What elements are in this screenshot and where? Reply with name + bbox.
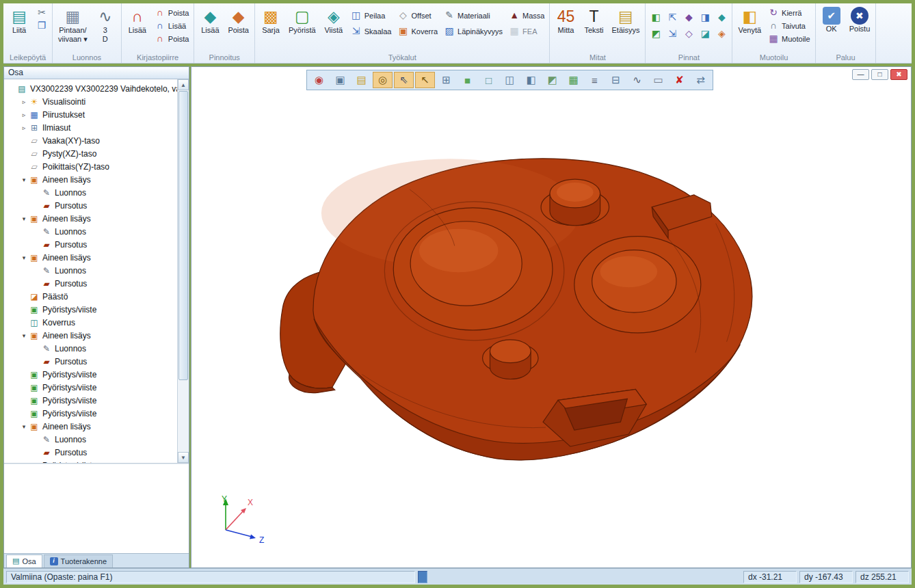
scroll-up-button[interactable]: ▲ [178,79,189,90]
tree-item[interactable]: ▣Pyöristys/viiste [4,381,177,394]
library-add-2-button[interactable]: ∩ Lisää [152,20,191,31]
section-view-icon[interactable]: ⊟ [606,72,626,88]
printer-icon[interactable]: ▭ [648,72,668,88]
solid-view-icon[interactable]: ◩ [542,72,562,88]
tree-item[interactable]: ▾▣Aineen lisäys [4,329,177,342]
snap-target-icon[interactable]: ◎ [373,72,393,88]
library-remove-1-button[interactable]: ∩ Poista [152,7,191,18]
tree-item[interactable]: ✎Luonnos [4,433,177,446]
tree-item[interactable]: ◫Koverrus [4,316,177,329]
tab-osa[interactable]: ▤ Osa [6,554,42,567]
mirror-button[interactable]: ◫ Peilaa [349,10,394,21]
mesh-view-icon[interactable]: ▦ [563,72,583,88]
surface-tool-4-button[interactable]: ◨ [698,10,713,24]
scrollbar-thumb[interactable] [178,91,188,380]
tree-item[interactable]: ✎Luonnos [4,264,177,277]
text-button[interactable]: T Teksti [581,5,607,36]
surface-tool-10-button[interactable]: ◈ [714,26,729,40]
tree-item[interactable]: ▣Pyöristys/viiste [4,459,177,463]
distance-button[interactable]: ▤ Etäisyys [609,5,642,36]
wireframe-view-icon[interactable]: □ [479,72,499,88]
tree-item[interactable]: ✎Luonnos [4,186,177,199]
list-icon[interactable]: ≡ [585,72,605,88]
ruler-icon[interactable]: ▤ [352,72,371,88]
tree-item[interactable]: ▾▣Aineen lisäys [4,212,177,225]
library-remove-2-button[interactable]: ∩ Poista [152,33,191,44]
paste-button[interactable]: ▤ Liitä [6,5,32,36]
tree-item[interactable]: ◪Päästö [4,290,177,303]
bend-button[interactable]: ∩ Taivuta [766,20,812,31]
pin-icon[interactable]: ◉ [309,72,329,88]
model-3d-view[interactable] [191,67,911,567]
sketch-on-face-button[interactable]: ▦ Pintaan/ viivaan ▾ [55,5,90,45]
surface-tool-1-button[interactable]: ◧ [648,10,663,24]
maximize-button[interactable]: □ [871,69,888,80]
scale-button[interactable]: ⇲ Skaalaa [349,25,394,37]
library-add-button[interactable]: ∩ Lisää [124,5,150,36]
tree-item[interactable]: ▾▣Aineen lisäys [4,251,177,264]
mass-button[interactable]: ▲ Massa [507,10,546,21]
chamfer-button[interactable]: ◈ Viistä [321,5,347,36]
surface-tool-9-button[interactable]: ◪ [698,26,713,40]
hidden-line-view-icon[interactable]: ◫ [500,72,520,88]
tree-item[interactable]: ▱Vaaka(XY)-taso [4,134,177,147]
sketch-3d-button[interactable]: ∿ 3 D [92,5,118,45]
scrollbar-track[interactable] [178,90,189,452]
copy-button[interactable]: ❐ [34,20,49,31]
tree-item[interactable]: ▰Pursotus [4,199,177,212]
surface-tool-6-button[interactable]: ◩ [648,26,663,40]
tree-item[interactable]: ▰Pursotus [4,238,177,251]
tree-item[interactable]: ▣Pyöristys/viiste [4,368,177,381]
tree-item[interactable]: ✎Luonnos [4,342,177,355]
offset-button[interactable]: ◇ Offset [396,10,440,21]
expand-arrow-icon[interactable]: ▹ [19,124,29,131]
tree-item[interactable]: ▹▦Piirustukset [4,108,177,121]
tree-item[interactable]: ▹☀Visualisointi [4,95,177,108]
surface-tool-7-button[interactable]: ⇲ [665,26,680,40]
hollow-button[interactable]: ▣ Koverra [396,25,440,37]
collapse-arrow-icon[interactable]: ▾ [19,176,29,183]
ok-button[interactable]: ✔ OK [819,5,845,35]
tree-item[interactable]: ▱Poikittais(YZ)-taso [4,160,177,173]
tree-item[interactable]: ▾▣Aineen lisäys [4,420,177,433]
swap-view-icon[interactable]: ⇄ [691,72,711,88]
half-shaded-view-icon[interactable]: ◧ [521,72,541,88]
tree-item[interactable]: ▹⊞Ilmiasut [4,121,177,134]
close-button[interactable]: ✖ [890,69,907,80]
cursor-icon[interactable]: ⇖ [394,72,414,88]
tree-item[interactable]: ▰Pursotus [4,355,177,368]
surface-tool-2-button[interactable]: ⇱ [665,10,680,24]
scroll-down-button[interactable]: ▼ [178,452,189,463]
tree-item[interactable]: ▣Pyöristys/viiste [4,394,177,407]
tree-item[interactable]: ▾▣Aineen lisäys [4,173,177,186]
collapse-arrow-icon[interactable]: ▾ [19,332,29,339]
shape-button[interactable]: ▦ Muotoile [766,33,812,44]
cut-button[interactable]: ✂ [34,7,49,18]
tree-item[interactable]: ▱Pysty(XZ)-taso [4,147,177,160]
delete-view-icon[interactable]: ✘ [669,72,689,88]
curve-icon[interactable]: ∿ [627,72,647,88]
cursor-select-icon[interactable]: ↖ [415,72,435,88]
measure-button[interactable]: 45 Mitta [553,5,579,36]
surface-tool-3-button[interactable]: ◆ [681,10,696,24]
transparency-button[interactable]: ▨ Läpinäkyvyys [442,25,505,37]
surface-tool-5-button[interactable]: ◆ [714,10,729,24]
surface-tool-8-button[interactable]: ◇ [681,26,696,40]
tree-item[interactable]: ▰Pursotus [4,277,177,290]
tree-item[interactable]: ▤VX3002239 VX3002239 Vaihdekotelo, valu [4,82,177,95]
shaded-view-icon[interactable]: ■ [458,72,477,88]
expand-arrow-icon[interactable]: ▹ [19,98,29,105]
tree-item[interactable]: ▣Pyöristys/viiste [4,303,177,316]
tree-item[interactable]: ✎Luonnos [4,225,177,238]
tree-item[interactable]: ▰Pursotus [4,446,177,459]
tree-item[interactable]: ▣Pyöristys/viiste [4,407,177,420]
minimize-button[interactable]: — [852,69,869,80]
viewport[interactable]: ◉▣▤◎⇖↖⊞■□◫◧◩▦≡⊟∿▭✘⇄ — □ ✖ [191,66,912,568]
expand-arrow-icon[interactable]: ▹ [19,111,29,118]
tree-scrollbar[interactable]: ▲ ▼ [177,79,189,463]
pattern-button[interactable]: ▩ Sarja [258,5,284,36]
exit-button[interactable]: ✖ Poistu [847,5,873,35]
pick-face-icon[interactable]: ⊞ [436,72,456,88]
material-button[interactable]: ✎ Materiaali [442,10,505,21]
collapse-arrow-icon[interactable]: ▾ [19,215,29,222]
